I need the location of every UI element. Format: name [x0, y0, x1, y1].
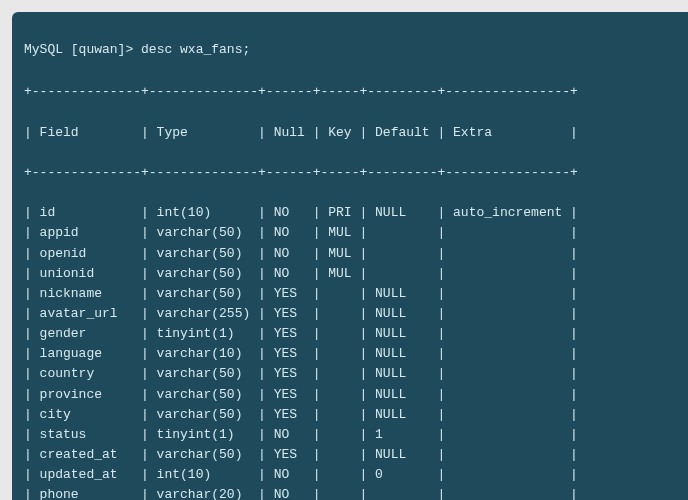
table-row: | unionid | varchar(50) | NO | MUL | | | — [24, 264, 688, 284]
table-row: | status | tinyint(1) | NO | | 1 | | — [24, 425, 688, 445]
table-row: | openid | varchar(50) | NO | MUL | | | — [24, 244, 688, 264]
table-border-mid: +--------------+--------------+------+--… — [24, 163, 688, 183]
table-header-row: | Field | Type | Null | Key | Default | … — [24, 123, 688, 143]
table-row: | city | varchar(50) | YES | | NULL | | — [24, 405, 688, 425]
table-row: | phone | varchar(20) | NO | | | | — [24, 485, 688, 500]
table-row: | updated_at | int(10) | NO | | 0 | | — [24, 465, 688, 485]
table-row: | gender | tinyint(1) | YES | | NULL | | — [24, 324, 688, 344]
prompt-line: MySQL [quwan]> desc wxa_fans; — [24, 40, 688, 60]
table-row: | avatar_url | varchar(255) | YES | | NU… — [24, 304, 688, 324]
table-row: | country | varchar(50) | YES | | NULL |… — [24, 364, 688, 384]
table-row: | appid | varchar(50) | NO | MUL | | | — [24, 223, 688, 243]
table-body: | id | int(10) | NO | PRI | NULL | auto_… — [24, 203, 688, 500]
prompt-prefix: MySQL [quwan]> — [24, 42, 133, 57]
table-row: | id | int(10) | NO | PRI | NULL | auto_… — [24, 203, 688, 223]
table-row: | nickname | varchar(50) | YES | | NULL … — [24, 284, 688, 304]
table-row: | province | varchar(50) | YES | | NULL … — [24, 385, 688, 405]
terminal-window: MySQL [quwan]> desc wxa_fans; +---------… — [12, 12, 688, 500]
table-row: | language | varchar(10) | YES | | NULL … — [24, 344, 688, 364]
command-text: desc wxa_fans; — [141, 42, 250, 57]
table-border-top: +--------------+--------------+------+--… — [24, 82, 688, 102]
table-row: | created_at | varchar(50) | YES | | NUL… — [24, 445, 688, 465]
